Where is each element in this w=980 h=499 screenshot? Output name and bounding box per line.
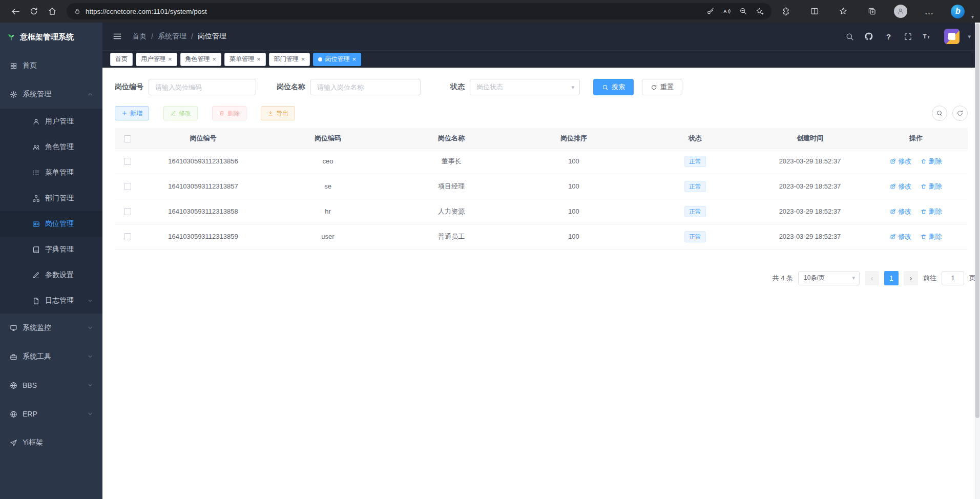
sidebar-item-erp[interactable]: ERP [0,400,102,428]
profile-avatar[interactable] [891,2,910,20]
status-select[interactable]: 岗位状态 ▾ [470,79,580,95]
url-text[interactable]: https://ccnetcore.com:1101/system/post [86,8,698,15]
tab-menu-mgmt[interactable]: 菜单管理 × [224,53,266,66]
fullscreen-icon[interactable] [902,31,913,42]
browser-menu-icon[interactable]: … [920,2,939,20]
page-scrollbar[interactable] [975,23,980,499]
close-icon[interactable]: × [301,56,305,63]
sidebar-item-log-mgmt[interactable]: 日志管理 [0,288,102,314]
sidebar-toggle-icon[interactable] [112,31,123,42]
sidebar-item-post-mgmt[interactable]: 岗位管理 [0,211,102,237]
show-search-button[interactable] [932,106,947,121]
sidebar-item-yi-framework[interactable]: Yi框架 [0,428,102,457]
read-aloud-icon[interactable]: A [719,4,735,19]
password-key-icon[interactable] [703,4,718,19]
font-size-icon[interactable]: TT [922,31,933,42]
search-button[interactable]: 搜索 [593,79,634,95]
breadcrumb-home[interactable]: 首页 [132,32,147,41]
col-created-time: 创建时间 [756,128,864,149]
close-icon[interactable]: × [168,56,172,63]
sidebar-item-role-mgmt[interactable]: 角色管理 [0,134,102,160]
cell-created-time: 2023-03-29 18:52:37 [756,224,864,249]
edit-button[interactable]: 修改 [163,106,198,120]
cell-post-name: 项目经理 [390,174,513,199]
row-delete-link[interactable]: 删除 [921,157,942,166]
row-checkbox[interactable] [124,183,131,190]
app-logo[interactable]: 意框架管理系统 [0,23,102,51]
sidebar-item-monitor[interactable]: 系统监控 [0,314,102,342]
chevron-down-icon [87,298,93,304]
sidebar-item-tools[interactable]: 系统工具 [0,342,102,371]
header-search-icon[interactable] [844,31,855,42]
avatar-caret-icon[interactable]: ▾ [968,33,971,40]
tab-user-mgmt[interactable]: 用户管理 × [136,53,177,66]
table-row: 1641030593112313857 se 项目经理 100 正常 2023-… [115,174,968,199]
zoom-out-icon[interactable] [736,4,751,19]
chevron-down-icon [87,411,93,417]
table-row: 1641030593112313859 user 普通员工 100 正常 202… [115,224,968,249]
row-edit-link[interactable]: 修改 [890,182,911,191]
main-panel: 首页 / 系统管理 / 岗位管理 ? TT [102,23,980,499]
help-question-icon[interactable]: ? [883,31,894,42]
split-screen-icon[interactable] [805,2,824,20]
refresh-table-button[interactable] [952,106,968,121]
extensions-puzzle-icon[interactable] [777,2,795,20]
user-icon [32,117,40,126]
lock-icon[interactable] [74,8,81,15]
address-bar[interactable]: https://ccnetcore.com:1101/system/post A [67,3,772,19]
row-delete-link[interactable]: 删除 [921,182,942,191]
reset-button[interactable]: 重置 [642,79,682,95]
sidebar-item-menu-mgmt[interactable]: 菜单管理 [0,160,102,185]
dashboard-icon [9,61,17,70]
chevron-down-icon[interactable]: ▾ [971,14,974,20]
browser-home-button[interactable] [43,2,61,20]
post-code-input[interactable] [149,79,256,95]
close-icon[interactable]: × [213,56,217,63]
post-name-input[interactable] [310,79,421,95]
browser-back-button[interactable] [6,2,25,20]
bing-copilot-icon[interactable]: b [949,2,967,20]
sidebar-item-dict-mgmt[interactable]: 字典管理 [0,237,102,262]
sidebar-item-param-settings[interactable]: 参数设置 [0,262,102,288]
delete-button[interactable]: 删除 [212,106,246,120]
browser-refresh-button[interactable] [25,2,43,20]
row-checkbox[interactable] [124,158,131,165]
row-delete-link[interactable]: 删除 [921,207,942,216]
chevron-up-icon [87,91,93,97]
sidebar-item-system-mgmt[interactable]: 系统管理 [0,80,102,109]
page-1-button[interactable]: 1 [884,271,899,285]
col-post-sort: 岗位排序 [513,128,635,149]
scrollbar-thumb[interactable] [975,24,979,418]
next-page-button[interactable]: › [904,271,918,285]
add-favorite-star-icon[interactable] [752,4,767,19]
row-checkbox[interactable] [124,208,131,215]
sidebar-item-home[interactable]: 首页 [0,51,102,80]
prev-page-button[interactable]: ‹ [865,271,879,285]
row-delete-link[interactable]: 删除 [921,232,942,241]
tab-role-mgmt[interactable]: 角色管理 × [180,53,222,66]
sidebar-item-dept-mgmt[interactable]: 部门管理 [0,185,102,211]
row-edit-link[interactable]: 修改 [890,232,911,241]
row-edit-link[interactable]: 修改 [890,207,911,216]
close-icon[interactable]: × [352,56,356,63]
row-checkbox[interactable] [124,233,131,240]
collections-icon[interactable] [863,2,881,20]
add-button[interactable]: 新增 [115,106,149,120]
col-post-name: 岗位名称 [390,128,513,149]
table-header-row: 岗位编号 岗位编码 岗位名称 岗位排序 状态 创建时间 操作 [115,128,968,149]
goto-page-input[interactable] [942,271,964,285]
github-icon[interactable] [863,31,874,42]
tab-dept-mgmt[interactable]: 部门管理 × [269,53,310,66]
page-size-select[interactable]: 10条/页 ▾ [798,271,860,285]
user-avatar[interactable] [944,29,960,44]
favorites-star-icon[interactable] [834,2,852,20]
select-all-checkbox[interactable] [124,135,131,142]
close-icon[interactable]: × [257,56,261,63]
tab-home[interactable]: 首页 [110,53,133,66]
export-button[interactable]: 导出 [261,106,295,120]
sidebar-item-bbs[interactable]: BBS [0,371,102,400]
tab-post-mgmt[interactable]: 岗位管理 × [313,53,361,66]
sidebar-item-user-mgmt[interactable]: 用户管理 [0,109,102,134]
breadcrumb-system[interactable]: 系统管理 [158,32,186,41]
row-edit-link[interactable]: 修改 [890,157,911,166]
